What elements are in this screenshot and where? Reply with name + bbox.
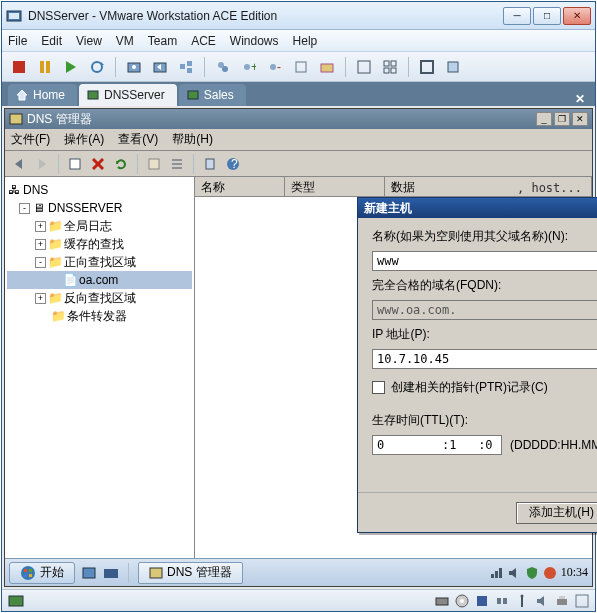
tree-global-log[interactable]: 全局日志 xyxy=(64,218,112,235)
svg-rect-53 xyxy=(104,569,118,578)
dns-menu-help[interactable]: 帮助(H) xyxy=(172,131,213,148)
dns-minimize-button[interactable]: _ xyxy=(536,112,552,126)
team-remove-icon[interactable]: - xyxy=(264,56,286,78)
quick-launch-icon[interactable] xyxy=(103,565,119,581)
ttl-input[interactable] xyxy=(372,435,502,455)
vmware-statusbar xyxy=(2,589,595,611)
menu-team[interactable]: Team xyxy=(148,34,177,48)
list-icon[interactable] xyxy=(167,154,187,174)
quick-launch-icon[interactable] xyxy=(81,565,97,581)
tray-shield-icon[interactable] xyxy=(525,566,539,580)
team-icon[interactable] xyxy=(212,56,234,78)
tray-info-icon[interactable] xyxy=(543,566,557,580)
fullscreen-icon[interactable] xyxy=(416,56,438,78)
col-type[interactable]: 类型 xyxy=(285,177,385,196)
properties-icon[interactable] xyxy=(144,154,164,174)
pause-icon[interactable] xyxy=(34,56,56,78)
status-vm-icon[interactable] xyxy=(8,593,24,609)
back-icon[interactable] xyxy=(9,154,29,174)
col-name[interactable]: 名称 xyxy=(195,177,285,196)
add-host-button[interactable]: 添加主机(H) xyxy=(516,502,597,524)
expander-icon[interactable]: - xyxy=(19,203,30,214)
tray-volume-icon[interactable] xyxy=(507,566,521,580)
ip-input[interactable] xyxy=(372,349,597,369)
tab-home[interactable]: Home xyxy=(8,84,77,106)
stop-icon[interactable] xyxy=(8,56,30,78)
status-printer-icon[interactable] xyxy=(555,594,569,608)
forward-icon[interactable] xyxy=(32,154,52,174)
folder-icon: 📁 xyxy=(48,255,62,269)
dns-close-button[interactable]: ✕ xyxy=(572,112,588,126)
ptr-checkbox[interactable] xyxy=(372,381,385,394)
snapshot-revert-icon[interactable] xyxy=(149,56,171,78)
tree-forwarders[interactable]: 条件转发器 xyxy=(67,308,127,325)
name-input[interactable] xyxy=(372,251,597,271)
snapshot-manager-icon[interactable] xyxy=(175,56,197,78)
team-settings-icon[interactable] xyxy=(290,56,312,78)
tree-server[interactable]: DNSSERVER xyxy=(48,201,122,215)
expander-icon[interactable]: + xyxy=(35,221,46,232)
svg-rect-28 xyxy=(421,61,433,73)
tabstrip-close-icon[interactable]: ✕ xyxy=(571,92,589,106)
filter-icon[interactable] xyxy=(200,154,220,174)
add-icon[interactable] xyxy=(65,154,85,174)
clock[interactable]: 10:34 xyxy=(561,565,588,580)
tray-network-icon[interactable] xyxy=(489,566,503,580)
dns-menu-file[interactable]: 文件(F) xyxy=(11,131,50,148)
tree-zone-oa[interactable]: oa.com xyxy=(79,273,118,287)
dns-menu-view[interactable]: 查看(V) xyxy=(118,131,158,148)
view-multi-icon[interactable] xyxy=(379,56,401,78)
menu-view[interactable]: View xyxy=(76,34,102,48)
minimize-button[interactable]: ─ xyxy=(503,7,531,25)
help-icon[interactable]: ? xyxy=(223,154,243,174)
tab-sales[interactable]: Sales xyxy=(179,84,246,106)
status-floppy-icon[interactable] xyxy=(475,594,489,608)
team-folder-icon[interactable] xyxy=(316,56,338,78)
status-expand-icon[interactable] xyxy=(575,594,589,608)
tab-dnsserver[interactable]: DNSServer xyxy=(79,84,177,106)
expander-icon[interactable]: - xyxy=(35,257,46,268)
menu-vm[interactable]: VM xyxy=(116,34,134,48)
status-usb-icon[interactable] xyxy=(515,594,529,608)
svg-rect-70 xyxy=(557,599,567,605)
tree-cached[interactable]: 缓存的查找 xyxy=(64,236,124,253)
menu-ace[interactable]: ACE xyxy=(191,34,216,48)
view-single-icon[interactable] xyxy=(353,56,375,78)
menu-file[interactable]: File xyxy=(8,34,27,48)
tree-reverse-zone[interactable]: 反向查找区域 xyxy=(64,290,136,307)
snapshot-icon[interactable] xyxy=(123,56,145,78)
ptr-checkbox-row[interactable]: 创建相关的指针(PTR)记录(C) xyxy=(372,379,597,396)
svg-rect-13 xyxy=(187,61,192,66)
expander-icon[interactable]: + xyxy=(35,239,46,250)
menu-edit[interactable]: Edit xyxy=(41,34,62,48)
dns-menu-action[interactable]: 操作(A) xyxy=(64,131,104,148)
svg-point-17 xyxy=(244,64,250,70)
svg-rect-48 xyxy=(24,569,27,572)
svg-rect-61 xyxy=(436,598,448,605)
dns-tree[interactable]: 🖧DNS -🖥DNSSERVER +📁全局日志 +📁缓存的查找 -📁正向查找区域… xyxy=(5,177,195,558)
toolbar-separator xyxy=(204,57,205,77)
menu-windows[interactable]: Windows xyxy=(230,34,279,48)
svg-marker-58 xyxy=(509,568,516,578)
dns-restore-button[interactable]: ❐ xyxy=(554,112,570,126)
status-hdd-icon[interactable] xyxy=(435,594,449,608)
maximize-button[interactable]: □ xyxy=(533,7,561,25)
reset-icon[interactable] xyxy=(86,56,108,78)
tree-forward-zone[interactable]: 正向查找区域 xyxy=(64,254,136,271)
status-network-icon[interactable] xyxy=(495,594,509,608)
expander-icon[interactable]: + xyxy=(35,293,46,304)
delete-icon[interactable] xyxy=(88,154,108,174)
svg-rect-54 xyxy=(150,568,162,578)
tree-root[interactable]: DNS xyxy=(23,183,48,197)
toolbar-separator xyxy=(58,154,59,174)
status-cd-icon[interactable] xyxy=(455,594,469,608)
close-button[interactable]: ✕ xyxy=(563,7,591,25)
status-sound-icon[interactable] xyxy=(535,594,549,608)
taskbar-app-button[interactable]: DNS 管理器 xyxy=(138,562,243,584)
menu-help[interactable]: Help xyxy=(293,34,318,48)
team-add-icon[interactable]: + xyxy=(238,56,260,78)
unity-icon[interactable] xyxy=(442,56,464,78)
refresh-icon[interactable] xyxy=(111,154,131,174)
play-icon[interactable] xyxy=(60,56,82,78)
start-button[interactable]: 开始 xyxy=(9,562,75,584)
